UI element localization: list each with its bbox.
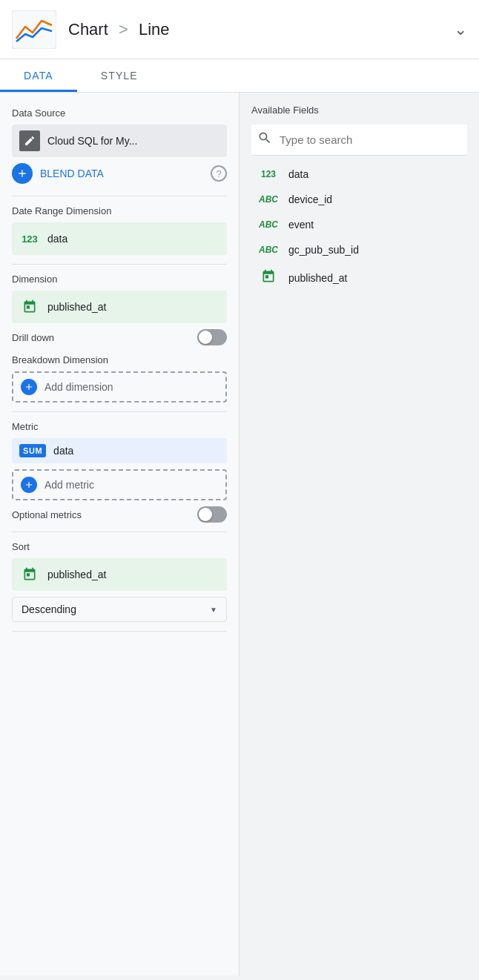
field-name-gc-pub-sub-id: gc_pub_sub_id	[288, 244, 359, 256]
type-cal-icon	[257, 269, 280, 286]
metric-field[interactable]: SUM data	[12, 438, 227, 463]
number-123-icon: 123	[19, 228, 40, 249]
help-icon[interactable]: ?	[211, 165, 227, 182]
divider-1	[12, 196, 227, 196]
search-input[interactable]	[280, 133, 461, 146]
tab-style[interactable]: STYLE	[77, 59, 162, 92]
dimension-field[interactable]: published_at	[12, 291, 227, 323]
divider-2	[12, 264, 227, 265]
header: Chart > Line ⌄	[0, 0, 479, 59]
breakdown-label: Breakdown Dimension	[12, 354, 227, 365]
dimension-field-name: published_at	[47, 301, 106, 313]
sort-field[interactable]: published_at	[12, 558, 227, 591]
metric-field-name: data	[53, 445, 73, 457]
field-name-event: event	[288, 219, 314, 231]
add-metric-label: Add metric	[44, 479, 94, 491]
sort-order-label: Descending	[22, 603, 76, 615]
search-icon	[257, 130, 272, 149]
divider-3	[12, 411, 227, 412]
sort-order-dropdown[interactable]: Descending ▼	[12, 597, 227, 622]
calendar-dimension-icon	[19, 297, 40, 317]
main-layout: Data Source Cloud SQL for My... BLEND DA…	[0, 93, 479, 976]
field-item-device-id[interactable]: ABC device_id	[251, 187, 467, 212]
date-range-field-name: data	[47, 233, 67, 245]
field-item-event[interactable]: ABC event	[251, 212, 467, 237]
left-panel: Data Source Cloud SQL for My... BLEND DA…	[0, 93, 240, 976]
search-row	[251, 125, 467, 156]
drill-down-label: Drill down	[12, 332, 54, 343]
tab-data[interactable]: DATA	[0, 59, 77, 92]
blend-data-row: BLEND DATA ?	[12, 163, 227, 184]
optional-metrics-toggle[interactable]	[197, 506, 227, 523]
chart-logo	[12, 10, 56, 49]
sort-field-name: published_at	[47, 569, 106, 580]
field-item-data[interactable]: 123 data	[251, 162, 467, 187]
data-source-name: Cloud SQL for My...	[47, 135, 137, 147]
field-item-gc-pub-sub-id[interactable]: ABC gc_pub_sub_id	[251, 237, 467, 262]
type-abc-icon-2: ABC	[257, 219, 280, 230]
add-metric-plus-icon	[21, 477, 37, 493]
optional-metrics-label: Optional metrics	[12, 509, 82, 520]
divider-4	[12, 532, 227, 532]
calendar-sort-icon	[19, 564, 40, 585]
metric-label: Metric	[12, 421, 227, 432]
divider-5	[12, 631, 227, 632]
add-dimension-button[interactable]: Add dimension	[12, 371, 227, 403]
add-metric-button[interactable]: Add metric	[12, 469, 227, 500]
drill-down-row: Drill down	[12, 329, 227, 345]
available-fields-label: Available Fields	[251, 105, 467, 116]
field-name-data: data	[288, 168, 308, 180]
blend-data-button[interactable]: BLEND DATA	[40, 168, 211, 179]
right-panel: Available Fields 123 data ABC device_id …	[240, 93, 479, 976]
field-name-published-at: published_at	[288, 272, 347, 284]
header-title: Chart > Line	[68, 20, 454, 39]
tab-bar: DATA STYLE	[0, 59, 479, 93]
header-chevron-icon[interactable]: ⌄	[454, 20, 467, 39]
type-abc-icon-1: ABC	[257, 194, 280, 205]
optional-metrics-row: Optional metrics	[12, 506, 227, 523]
field-name-device-id: device_id	[288, 193, 332, 205]
drill-down-toggle[interactable]	[197, 329, 227, 345]
type-abc-icon-3: ABC	[257, 245, 280, 255]
blend-plus-icon[interactable]	[12, 163, 33, 184]
add-dimension-label: Add dimension	[44, 381, 113, 393]
date-range-label: Date Range Dimension	[12, 205, 227, 216]
sum-badge: SUM	[19, 444, 46, 457]
field-list: 123 data ABC device_id ABC event ABC gc_…	[251, 162, 467, 293]
date-range-field[interactable]: 123 data	[12, 222, 227, 255]
data-source-selector[interactable]: Cloud SQL for My...	[12, 125, 227, 157]
dimension-label: Dimension	[12, 274, 227, 285]
add-dimension-plus-icon	[21, 379, 37, 395]
type-123-icon: 123	[257, 169, 280, 179]
field-item-published-at[interactable]: published_at	[251, 262, 467, 293]
sort-label: Sort	[12, 541, 227, 552]
dropdown-arrow-icon: ▼	[210, 606, 217, 614]
data-source-label: Data Source	[12, 107, 227, 119]
pencil-icon	[19, 130, 40, 151]
